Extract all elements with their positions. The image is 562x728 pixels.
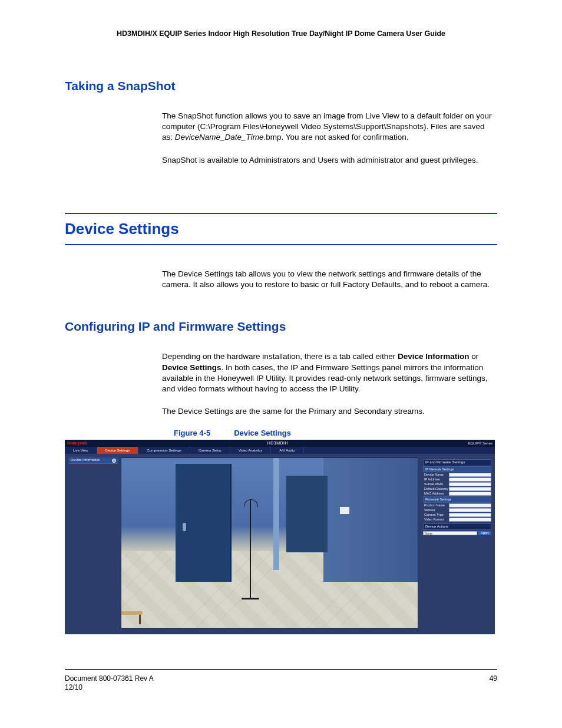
label: MAC Address: [423, 492, 449, 496]
heading-snapshot: Taking a SnapShot: [65, 79, 497, 93]
label: Subnet Mask: [423, 482, 449, 486]
field-product-name: Product Name: [423, 503, 491, 508]
tab-video-analytics[interactable]: Video Analytics: [230, 447, 272, 454]
figure-screenshot: Honeywell HD3MDIH EQUIP® Series Live Vie…: [65, 440, 495, 634]
field-camera-type: Camera Type: [423, 513, 491, 517]
label: Version: [423, 508, 449, 512]
value: [449, 473, 491, 477]
document-id: Document 800-07361 Rev A: [65, 674, 154, 684]
label: Product Name: [423, 503, 449, 508]
left-sidebar: Device Information: [68, 457, 118, 465]
settings-panel: IP and Firmware Settings IP Network Sett…: [423, 457, 491, 535]
panel-sub-ip-network: IP Network Settings: [423, 466, 491, 473]
coatstand-graphic: [250, 499, 251, 599]
field-version: Version: [423, 508, 491, 512]
snapshot-paragraph-2: SnapShot is available to Administrators …: [162, 155, 497, 166]
series-label: EQUIP® Series: [468, 442, 492, 446]
door-graphic: [286, 476, 328, 552]
value: [449, 508, 491, 512]
device-settings-paragraph: The Device Settings tab allows you to vi…: [162, 269, 497, 290]
page-number: 49: [490, 674, 497, 693]
text: .bmp. You are not asked for confirmation…: [263, 133, 408, 141]
text: Depending on the hardware installation, …: [162, 352, 398, 361]
pillar-graphic: [273, 458, 279, 570]
label: Video Format: [423, 518, 449, 522]
term-device-settings: Device Settings: [162, 363, 222, 372]
field-device-name: Device Name: [423, 473, 491, 477]
video-preview: [121, 457, 418, 628]
value: [449, 513, 491, 517]
tab-av-audio[interactable]: A/V Audio: [271, 447, 303, 454]
heading-configuring: Configuring IP and Firmware Settings: [65, 319, 497, 334]
door-graphic: [176, 464, 232, 582]
apply-button[interactable]: Apply: [478, 531, 491, 535]
field-ip-address: IP Address: [423, 477, 491, 482]
field-default-gateway: Default Gateway: [423, 487, 491, 491]
wall-graphic: [323, 458, 418, 582]
value: [449, 503, 491, 508]
page-header: HD3MDIH/X EQUIP Series Indoor High Resol…: [65, 29, 497, 38]
value: [449, 487, 491, 491]
label: IP Address: [423, 477, 449, 482]
nav-tabs: Live View Device Settings Compression Se…: [65, 447, 495, 454]
model-label: HD3MDIH: [267, 441, 288, 446]
figure-title: Device Settings: [234, 429, 291, 437]
tab-compression-settings[interactable]: Compression Settings: [138, 447, 190, 454]
device-information-label: Device Information: [71, 458, 100, 462]
snapshot-paragraph-1: The SnapShot function allows you to save…: [162, 111, 497, 143]
app-titlebar: Honeywell HD3MDIH EQUIP® Series: [65, 440, 495, 447]
term-device-information: Device Information: [398, 352, 470, 361]
configuring-paragraph-2: The Device Settings are the same for the…: [162, 406, 497, 417]
panel-sub-firmware: Firmware Settings: [423, 496, 491, 503]
tab-live-view[interactable]: Live View: [65, 447, 97, 454]
section-rule: Device Settings: [65, 213, 497, 245]
page-footer: Document 800-07361 Rev A 12/10 49: [65, 669, 497, 693]
label: Device Name: [423, 473, 449, 477]
field-video-format: Video Format: [423, 518, 491, 522]
panel-section-ip-firmware: IP and Firmware Settings: [423, 459, 491, 466]
document-date: 12/10: [65, 683, 154, 693]
chair-graphic: [121, 589, 146, 624]
figure-label: Figure 4-5: [174, 429, 210, 437]
field-subnet-mask: Subnet Mask: [423, 482, 491, 486]
refresh-icon[interactable]: [112, 459, 116, 463]
label: Camera Type: [423, 513, 449, 517]
field-mac-address: MAC Address: [423, 492, 491, 496]
value: [449, 492, 491, 496]
picture-graphic: [339, 506, 350, 515]
brand-logo: Honeywell: [67, 441, 88, 446]
device-information-button[interactable]: Device Information: [68, 457, 118, 463]
configuring-paragraph-1: Depending on the hardware installation, …: [162, 351, 497, 394]
action-select[interactable]: None: [423, 531, 477, 535]
label: Default Gateway: [423, 487, 449, 491]
value: [449, 518, 491, 522]
heading-device-settings: Device Settings: [65, 220, 497, 238]
value: [449, 477, 491, 482]
filename-format: DeviceName_Date_Time: [175, 133, 264, 141]
panel-section-device-actions: Device Actions: [423, 523, 491, 530]
tab-camera-setup[interactable]: Camera Setup: [190, 447, 230, 454]
text: or: [470, 352, 479, 361]
figure-caption: Figure 4-5Device Settings: [174, 429, 497, 437]
tab-device-settings[interactable]: Device Settings: [97, 447, 139, 454]
value: [449, 482, 491, 486]
